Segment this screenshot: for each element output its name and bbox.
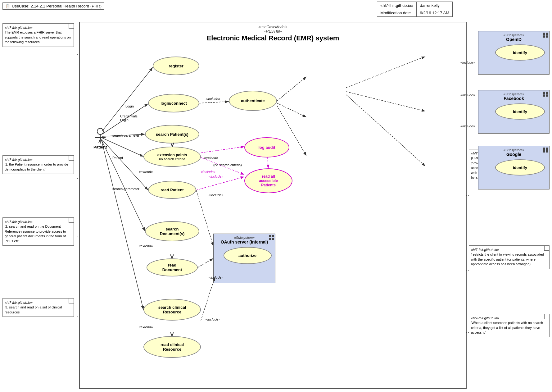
actor-patient: Patient	[93, 128, 107, 149]
note-left-mid2-stereo: «hl7-fhir.github.io»	[5, 220, 72, 224]
uc-read-patient: read Patient	[148, 181, 196, 199]
uc-identify-openid: identify	[495, 44, 545, 61]
label-login: Login	[125, 104, 134, 108]
diagram-title: Electronic Medical Record (EMR) system	[80, 34, 466, 42]
diagram-svg	[80, 22, 466, 388]
label-include3: «include»	[209, 276, 223, 279]
actor-legs-right	[100, 138, 103, 144]
note-right-mid: «hl7-fhir.github.io» 'restricts the clie…	[469, 245, 550, 269]
label-search-param1: search-parameter	[112, 134, 139, 137]
note-left-top-text: The EMR exposes a FHIR server that suppo…	[5, 30, 72, 44]
note-left-mid2: «hl7-fhir.github.io» '2. search and read…	[2, 217, 74, 246]
subsystem-google: «Subsystem» Google identify	[478, 146, 550, 189]
label-extend4: «extend»	[139, 325, 153, 329]
svg-line-10	[201, 147, 244, 153]
diagram-stereo: «useCaseModel»«RESTful»	[80, 25, 466, 34]
subsystem-openid: «Subsystem» OpenID identify	[478, 31, 550, 75]
note-left-mid2-text: '2. search and read on the Document Refe…	[5, 224, 72, 244]
svg-line-5	[102, 138, 143, 157]
note-right-mid-text: 'restricts the client to viewing records…	[471, 252, 547, 267]
uc-register: register	[153, 57, 199, 75]
subsystem-facebook-stereo: «Subsystem»	[480, 92, 547, 96]
uc-login-connect: login/connect	[148, 94, 199, 112]
main-container: 📋 UseCase: 2.14.2.1 Personal Health Reco…	[0, 0, 552, 392]
uc-authenticate: authenticate	[229, 91, 277, 111]
note-left-mid-text: '1. the Patient resource in order to pro…	[5, 162, 72, 172]
diagram-area: «useCaseModel»«RESTful» Electronic Medic…	[79, 22, 467, 389]
label-credentials: Credentials,Login	[120, 114, 138, 122]
uc-read-clinical: read clinicalResource	[143, 336, 201, 358]
note-left-mid: «hl7-fhir.github.io» '1. the Patient res…	[2, 155, 74, 174]
svg-line-22	[268, 157, 268, 168]
actor-head	[97, 128, 104, 135]
subsystem-facebook-icon	[543, 92, 548, 97]
label-include4: «include»	[206, 317, 220, 321]
subsystem-oauth-stereo: «Subsystem»	[215, 236, 273, 239]
svg-line-21	[196, 177, 244, 190]
svg-line-20	[201, 277, 215, 321]
label-search-param2: search-parameter	[112, 187, 139, 191]
subsystem-openid-stereo: «Subsystem»	[480, 33, 547, 37]
label-include-pink1: «include»	[201, 170, 215, 174]
uc-identify-facebook: identify	[495, 103, 545, 120]
note-left-top-stereo: «hl7-fhir.github.io»	[5, 25, 72, 30]
uc-authorize: authorize	[224, 247, 272, 264]
note-left-bot-stereo: «hl7-fhir.github.io»	[5, 300, 72, 305]
label-extend2: «extend»	[204, 156, 218, 160]
label-no-search: (no search criteria)	[213, 163, 242, 167]
uc-extension-points: extension points no search criteria	[143, 147, 201, 167]
label-include1: «include»	[206, 97, 220, 101]
svg-line-8	[102, 143, 143, 310]
note-right-bot-stereo: «hl7-fhir.github.io»	[471, 316, 547, 321]
label-patient: Patient	[112, 156, 123, 160]
label-include2: «include»	[209, 193, 223, 197]
uc-identify-google: identify	[495, 159, 545, 175]
subsystem-oauth-icon	[269, 235, 274, 240]
note-left-bot: «hl7-fhir.github.io» '3. search and read…	[2, 298, 74, 317]
note-right-bot-text: 'When a client searches patients with no…	[471, 321, 547, 335]
label-include-google: «include»	[460, 124, 475, 128]
actor-body	[100, 135, 101, 144]
uc-search-patients: search Patient(s)	[145, 125, 199, 144]
svg-line-9	[199, 102, 229, 103]
note-left-top: «hl7-fhir.github.io» The EMR exposes a F…	[2, 23, 74, 47]
svg-line-18	[198, 258, 213, 267]
svg-line-13	[196, 190, 213, 246]
uc-log-audit: log audit	[244, 137, 289, 157]
subsystem-facebook: «Subsystem» Facebook identify	[478, 90, 550, 134]
uc-read-all-patients: read allaccessiblePatients	[244, 168, 292, 193]
svg-line-7	[102, 141, 145, 231]
label-include-openid: «include»	[460, 61, 475, 64]
uc-search-clinical: search clinicalResource	[143, 299, 201, 321]
subsystem-google-title: Google	[480, 152, 547, 157]
author-value: darrenkelly	[417, 2, 453, 9]
author-table: «hl7-fhir.github.io» darrenkelly Modific…	[377, 2, 453, 17]
label-include-pink2: «include»	[209, 175, 223, 178]
mod-date-value: 6/2/16 12:17 AM	[417, 9, 453, 17]
note-right-mid-stereo: «hl7-fhir.github.io»	[471, 248, 547, 252]
subsystem-facebook-title: Facebook	[480, 96, 547, 101]
label-include-facebook: «include»	[460, 93, 475, 97]
label-extend1: «extend»	[139, 170, 153, 174]
note-left-mid-stereo: «hl7-fhir.github.io»	[5, 157, 72, 162]
header-bar: 📋 UseCase: 2.14.2.1 Personal Health Reco…	[2, 2, 104, 10]
actor-label: Patient	[93, 145, 107, 149]
svg-line-15	[277, 103, 306, 117]
subsystem-google-stereo: «Subsystem»	[480, 148, 547, 152]
subsystem-oauth-title: OAuth server (internal)	[215, 239, 273, 244]
subsystem-openid-title: OpenID	[480, 37, 547, 42]
uc-read-document: readDocument	[147, 258, 198, 276]
use-case-icon: 📋	[5, 4, 10, 8]
subsystem-openid-icon	[543, 33, 548, 38]
uc-search-documents: searchDocument(s)	[145, 221, 199, 241]
mod-date-label: Modification date	[377, 9, 417, 17]
header-title: UseCase: 2.14.2.1 Personal Health Record…	[12, 4, 102, 8]
svg-line-6	[102, 140, 148, 190]
note-left-bot-text: '3. search and read on a set of clinical…	[5, 305, 72, 315]
svg-line-14	[277, 77, 306, 101]
note-right-bot: «hl7-fhir.github.io» 'When a client sear…	[469, 314, 550, 337]
author-label: «hl7-fhir.github.io»	[377, 2, 417, 9]
label-extend3: «extend»	[139, 244, 153, 248]
subsystem-google-icon	[543, 148, 548, 153]
